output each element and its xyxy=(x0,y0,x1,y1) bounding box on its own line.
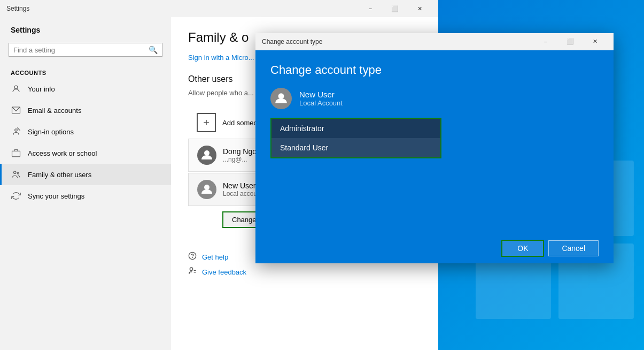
dialog-close-button[interactable]: ✕ xyxy=(583,33,607,50)
dialog-heading: Change account type xyxy=(270,63,599,77)
dialog-body: Change account type New User Local Accou… xyxy=(255,50,614,233)
dialog-user-info: New User Local Account xyxy=(299,90,343,107)
dropdown-option-administrator[interactable]: Administrator xyxy=(271,119,440,138)
dialog-titlebar-controls: − ⬜ ✕ xyxy=(533,33,607,50)
cancel-button[interactable]: Cancel xyxy=(548,240,599,256)
dialog-title: Change account type xyxy=(262,38,533,45)
change-account-type-dialog: Change account type − ⬜ ✕ Change account… xyxy=(255,33,614,263)
dialog-overlay: Change account type − ⬜ ✕ Change account… xyxy=(0,0,644,350)
svg-point-18 xyxy=(278,93,284,99)
dialog-restore-button[interactable]: ⬜ xyxy=(558,33,583,50)
dialog-user-avatar xyxy=(270,88,292,109)
dialog-minimize-button[interactable]: − xyxy=(533,33,558,50)
dialog-footer: OK Cancel xyxy=(255,233,614,263)
dialog-user-account-type: Local Account xyxy=(299,99,343,107)
dialog-user-name: New User xyxy=(299,90,343,99)
dialog-titlebar: Change account type − ⬜ ✕ xyxy=(255,33,614,50)
ok-button[interactable]: OK xyxy=(501,240,544,257)
dropdown-option-standard-user[interactable]: Standard User xyxy=(271,138,440,157)
account-type-dropdown[interactable]: Administrator Standard User xyxy=(270,118,441,158)
dialog-user-row: New User Local Account xyxy=(270,88,599,109)
